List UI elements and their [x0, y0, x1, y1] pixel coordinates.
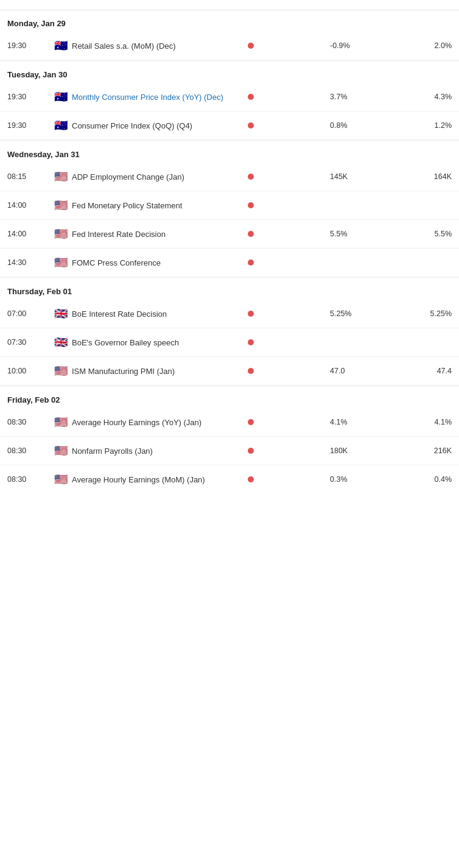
calendar-body: Monday, Jan 2919:30🇦🇺Retail Sales s.a. (…: [0, 10, 459, 493]
event-consensus: 3.7%: [330, 93, 397, 101]
event-consensus: 4.1%: [330, 418, 397, 426]
flag-icon: 🇬🇧: [54, 308, 68, 319]
vol-dot: [248, 339, 254, 345]
event-row: 07:30🇬🇧BoE's Governor Bailey speech: [0, 328, 459, 357]
flag-icon: 🇬🇧: [54, 337, 68, 348]
event-row: 08:30🇺🇸Average Hourly Earnings (YoY) (Ja…: [0, 408, 459, 437]
vol-dot: [248, 174, 254, 180]
event-vol: [233, 174, 269, 180]
day-section: Tuesday, Jan 30: [0, 62, 459, 83]
flag-icon: 🇦🇺: [54, 91, 68, 102]
event-time: 19:30: [7, 41, 50, 50]
vol-dot: [248, 311, 254, 317]
event-consensus: 47.0: [330, 367, 397, 375]
day-section: Friday, Feb 02: [0, 387, 459, 408]
flag-icon: 🇺🇸: [54, 228, 68, 239]
event-row: 14:30🇺🇸FOMC Press Conference: [0, 249, 459, 277]
event-name: Fed Interest Rate Decision: [72, 230, 233, 239]
event-name: Fed Monetary Policy Statement: [72, 201, 233, 210]
event-time: 10:00: [7, 367, 50, 375]
event-time: 07:00: [7, 309, 50, 318]
event-flag: 🇺🇸: [50, 228, 72, 239]
event-previous: 5.5%: [397, 230, 452, 238]
event-time: 19:30: [7, 93, 50, 101]
flag-icon: 🇦🇺: [54, 120, 68, 131]
event-name: BoE Interest Rate Decision: [72, 309, 233, 319]
event-consensus: 5.5%: [330, 230, 397, 238]
event-name: ISM Manufacturing PMI (Jan): [72, 367, 233, 376]
event-name[interactable]: Monthly Consumer Price Index (YoY) (Dec): [72, 93, 233, 102]
event-name: Nonfarm Payrolls (Jan): [72, 446, 233, 456]
event-previous: 4.1%: [397, 418, 452, 426]
event-name: Average Hourly Earnings (MoM) (Jan): [72, 475, 233, 484]
event-row: 08:30🇺🇸Nonfarm Payrolls (Jan)180K216K: [0, 437, 459, 465]
event-previous: 164K: [397, 172, 452, 181]
event-flag: 🇦🇺: [50, 91, 72, 102]
event-flag: 🇺🇸: [50, 365, 72, 376]
event-time: 07:30: [7, 338, 50, 347]
event-previous: 4.3%: [397, 93, 452, 101]
vol-dot: [248, 259, 254, 266]
flag-icon: 🇦🇺: [54, 40, 68, 51]
event-flag: 🇺🇸: [50, 417, 72, 428]
event-consensus: 145K: [330, 172, 397, 181]
event-time: 14:00: [7, 230, 50, 238]
event-time: 08:30: [7, 418, 50, 426]
event-flag: 🇺🇸: [50, 200, 72, 211]
flag-icon: 🇺🇸: [54, 474, 68, 485]
event-flag: 🇺🇸: [50, 474, 72, 485]
event-time: 14:30: [7, 258, 50, 267]
flag-icon: 🇺🇸: [54, 200, 68, 211]
event-name: Retail Sales s.a. (MoM) (Dec): [72, 41, 233, 51]
header-row: [0, 0, 459, 10]
event-consensus: 0.8%: [330, 121, 397, 130]
event-consensus: 5.25%: [330, 309, 397, 318]
vol-dot: [248, 368, 254, 374]
event-flag: 🇺🇸: [50, 171, 72, 182]
vol-dot: [248, 43, 254, 49]
vol-dot: [248, 122, 254, 129]
event-row: 10:00🇺🇸ISM Manufacturing PMI (Jan)47.047…: [0, 357, 459, 386]
flag-icon: 🇺🇸: [54, 257, 68, 268]
vol-dot: [248, 94, 254, 100]
event-time: 19:30: [7, 121, 50, 130]
event-flag: 🇦🇺: [50, 120, 72, 131]
vol-dot: [248, 448, 254, 454]
event-time: 08:30: [7, 475, 50, 484]
event-name: Average Hourly Earnings (YoY) (Jan): [72, 418, 233, 427]
event-consensus: 0.3%: [330, 475, 397, 484]
event-flag: 🇺🇸: [50, 257, 72, 268]
event-time: 14:00: [7, 201, 50, 210]
event-name: Consumer Price Index (QoQ) (Q4): [72, 121, 233, 130]
event-row: 14:00🇺🇸Fed Monetary Policy Statement: [0, 191, 459, 220]
event-vol: [233, 202, 269, 208]
event-vol: [233, 419, 269, 425]
event-row: 07:00🇬🇧BoE Interest Rate Decision5.25%5.…: [0, 300, 459, 328]
event-previous: 216K: [397, 446, 452, 455]
flag-icon: 🇺🇸: [54, 445, 68, 456]
event-vol: [233, 311, 269, 317]
event-vol: [233, 339, 269, 345]
event-vol: [233, 476, 269, 482]
event-vol: [233, 94, 269, 100]
event-previous: 47.4: [397, 367, 452, 375]
event-previous: 5.25%: [397, 309, 452, 318]
event-time: 08:30: [7, 446, 50, 455]
vol-dot: [248, 476, 254, 482]
event-vol: [233, 231, 269, 237]
event-row: 08:30🇺🇸Average Hourly Earnings (MoM) (Ja…: [0, 465, 459, 493]
event-name: FOMC Press Conference: [72, 258, 233, 267]
event-row: 19:30🇦🇺Monthly Consumer Price Index (YoY…: [0, 83, 459, 111]
event-previous: 1.2%: [397, 121, 452, 130]
event-flag: 🇬🇧: [50, 337, 72, 348]
event-previous: 0.4%: [397, 475, 452, 484]
event-row: 14:00🇺🇸Fed Interest Rate Decision5.5%5.5…: [0, 220, 459, 249]
event-vol: [233, 259, 269, 266]
event-row: 19:30🇦🇺Retail Sales s.a. (MoM) (Dec)-0.9…: [0, 32, 459, 60]
event-flag: 🇺🇸: [50, 445, 72, 456]
event-flag: 🇬🇧: [50, 308, 72, 319]
event-vol: [233, 368, 269, 374]
event-vol: [233, 43, 269, 49]
event-consensus: -0.9%: [330, 41, 397, 50]
vol-dot: [248, 231, 254, 237]
